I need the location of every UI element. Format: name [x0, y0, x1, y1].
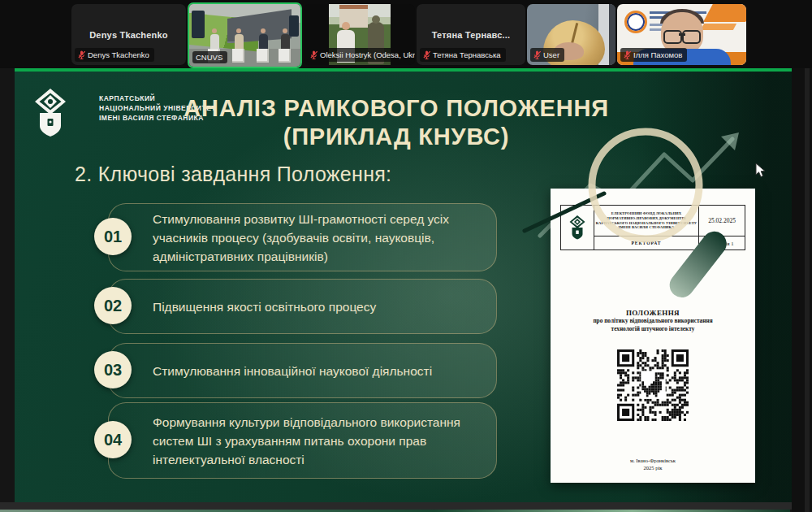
document-header-table: ЕЛЕКТРОННИЙ ФОНД ЛОКАЛЬНИХ НОРМАТИВНО-ПР… [560, 205, 745, 250]
muted-mic-icon [78, 50, 85, 59]
document-title: ПОЛОЖЕННЯ про політику відповідального в… [551, 309, 755, 332]
number-badge-01: 01 [94, 218, 132, 255]
university-emblem-icon [32, 88, 68, 138]
muted-mic-icon [423, 50, 430, 59]
window-gap [0, 502, 812, 510]
panelist [281, 34, 290, 50]
key-task-card-3: Стимулювання інноваційної наукової діяль… [108, 343, 497, 398]
participant-label: CNUVS [192, 51, 227, 64]
muted-mic-icon [624, 50, 631, 59]
slide-heading: 2. Ключові завдання Положення: [75, 163, 391, 186]
mouse-cursor [755, 163, 767, 179]
slide-title: АНАЛІЗ РАМКОВОГО ПОЛОЖЕННЯ (ПРИКЛАД КНУВ… [177, 94, 615, 151]
screen-left [192, 11, 205, 38]
key-task-card-1: Стимулювання розвитку ШІ-грамотності сер… [108, 203, 497, 271]
task-text: Підвищення якості освітнього процесу [109, 289, 397, 324]
institute-logo [624, 11, 647, 33]
screen-right [289, 15, 299, 37]
panelist [235, 34, 244, 50]
task-text: Стимулювання розвитку ШІ-грамотності сер… [109, 202, 496, 274]
document-fund-title: ЕЛЕКТРОННИЙ ФОНД ЛОКАЛЬНИХ НОРМАТИВНО-ПР… [594, 206, 698, 236]
video-strip: Denys Tkachenko Denys Tkachenko [0, 0, 812, 68]
task-text: Формування культури відповідального вико… [109, 405, 496, 477]
key-task-card-4: Формування культури відповідального вико… [108, 402, 497, 479]
university-emblem-icon [568, 215, 586, 241]
number-badge-02: 02 [94, 287, 132, 324]
number-badge-04: 04 [94, 421, 132, 458]
document-revision: Редакція 1 [699, 236, 745, 249]
video-tile-denys[interactable]: Denys Tkachenko Denys Tkachenko [71, 4, 186, 65]
right-edge-column [792, 68, 812, 512]
video-tile-tetiana[interactable]: Тетяна Тернавс... Тетяна Тернавська [417, 4, 525, 65]
participant-label: Тетяна Тернавська [420, 48, 506, 62]
zoom-meeting-window: Denys Tkachenko Denys Tkachenko [0, 0, 812, 512]
participant-label: User [530, 48, 564, 62]
participant-label: Oleksii Hostryk (Odesa, Ukrai... [307, 48, 415, 62]
document-department: РЕКТОРАТ [594, 236, 698, 249]
participant-label: Ілля Пахомов [620, 48, 687, 62]
document-preview: ЕЛЕКТРОННИЙ ФОНД ЛОКАЛЬНИХ НОРМАТИВНО-ПР… [551, 189, 755, 483]
number-badge-03: 03 [94, 351, 132, 388]
video-tile-user[interactable]: User [527, 4, 615, 65]
key-task-card-2: Підвищення якості освітнього процесу [108, 279, 497, 334]
video-tile-oleksii[interactable]: Oleksii Hostryk (Odesa, Ukrai... [304, 4, 415, 65]
panelist [210, 34, 219, 50]
muted-mic-icon [310, 50, 317, 59]
muted-mic-icon [533, 50, 541, 59]
video-tile-cnuvs[interactable]: CNUVS [188, 2, 302, 68]
video-tile-illia[interactable]: Ілля Пахомов [617, 4, 746, 65]
document-logo-cell [561, 206, 594, 249]
document-date: 25.02.2025 [699, 206, 745, 236]
document-city-year: м. Івано-Франківськ 2025 рік [551, 457, 755, 471]
presentation-slide: КАРПАТСЬКИЙ НАЦІОНАЛЬНИЙ УНІВЕРСИТЕТ ІМЕ… [15, 72, 792, 502]
panelist [259, 34, 268, 50]
qr-code [617, 349, 689, 424]
task-text: Стимулювання інноваційної наукової діяль… [109, 354, 453, 388]
participant-label: Denys Tkachenko [75, 48, 154, 62]
glasses [663, 30, 701, 41]
